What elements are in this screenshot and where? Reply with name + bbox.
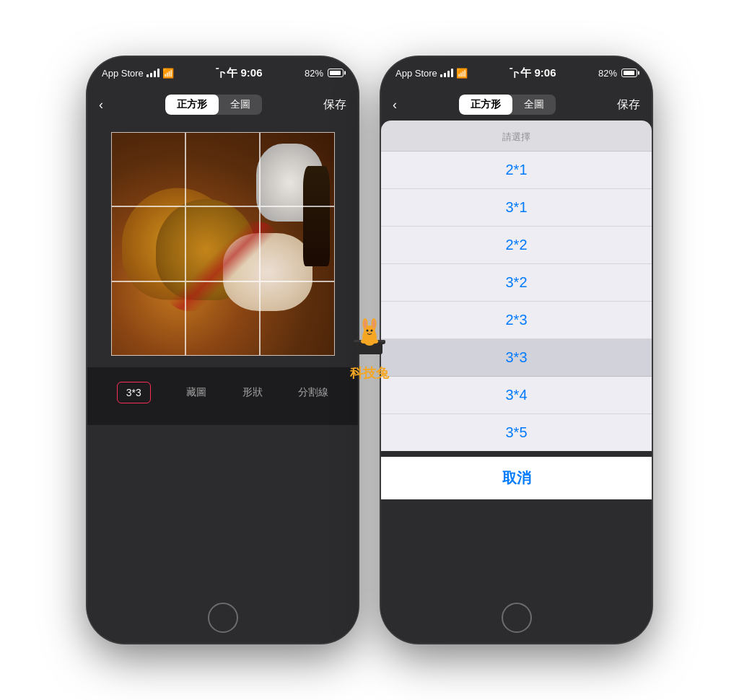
divider-button[interactable]: 分割線 [298, 386, 328, 399]
wifi-icon-right: 📶 [456, 68, 468, 79]
seg-square-left[interactable]: 正方形 [165, 95, 219, 115]
status-bar-left: App Store 📶 下午 9:06 82% [87, 57, 358, 89]
sheet-item-2x2[interactable]: 2*2 [381, 227, 652, 264]
watermark-text: 科技兔 [350, 364, 389, 382]
phone-left: App Store 📶 下午 9:06 82% [87, 57, 358, 643]
svg-point-7 [364, 320, 367, 328]
svg-point-8 [372, 320, 375, 328]
save-button-right[interactable]: 保存 [617, 97, 640, 113]
svg-point-11 [369, 332, 371, 333]
food-photo [111, 132, 335, 356]
carrier-left: App Store [102, 68, 144, 79]
svg-point-10 [371, 330, 373, 332]
seg-square-right[interactable]: 正方形 [459, 95, 512, 115]
carrier-right: App Store [395, 68, 437, 79]
signal-icon-right [440, 69, 453, 77]
speaker-right [512, 67, 521, 71]
sheet-list: 請選擇 2*1 3*1 2*2 3*2 2*3 3*3 3*4 3*5 [381, 121, 652, 451]
back-button-right[interactable]: ‹ [393, 97, 397, 113]
speaker-left [219, 67, 227, 71]
segment-control-left[interactable]: 正方形 全圖 [165, 95, 262, 115]
sheet-item-2x1[interactable]: 2*1 [381, 152, 652, 189]
sheet-item-3x4[interactable]: 3*4 [381, 377, 652, 414]
nav-bar-left: ‹ 正方形 全圖 保存 [87, 89, 358, 121]
photo-grid [111, 132, 335, 356]
battery-pct-left: 82% [305, 68, 323, 79]
signal-icon [147, 69, 159, 77]
sheet-title: 請選擇 [381, 121, 652, 152]
photo-area-left [87, 121, 358, 367]
sheet-item-3x5[interactable]: 3*5 [381, 414, 652, 451]
save-button-left[interactable]: 保存 [323, 97, 346, 113]
right-content: 請選擇 2*1 3*1 2*2 3*2 2*3 3*3 3*4 3*5 取消 [381, 121, 652, 499]
watermark: 科技兔 [348, 318, 391, 382]
back-button-left[interactable]: ‹ [99, 97, 103, 113]
battery-pct-right: 82% [598, 68, 617, 79]
nav-bar-right: ‹ 正方形 全圖 保存 [381, 89, 652, 121]
grid-size-button[interactable]: 3*3 [117, 382, 151, 403]
battery-icon-left [328, 69, 344, 77]
sheet-item-2x3[interactable]: 2*3 [381, 302, 652, 339]
content-left: 3*3 藏圖 形狀 分割線 [87, 121, 358, 425]
seg-full-right[interactable]: 全圖 [512, 95, 556, 115]
home-button-right[interactable] [502, 603, 532, 633]
bottom-toolbar-left: 3*3 藏圖 形狀 分割線 [87, 367, 358, 425]
phone-right-screen: App Store 📶 下午 9:06 82% [381, 57, 652, 643]
phone-left-screen: App Store 📶 下午 9:06 82% [87, 57, 358, 643]
gallery-button[interactable]: 藏圖 [186, 386, 206, 399]
wifi-icon: 📶 [162, 68, 174, 79]
sheet-item-3x3[interactable]: 3*3 [381, 339, 652, 377]
sheet-item-3x1[interactable]: 3*1 [381, 189, 652, 227]
sheet-item-3x2[interactable]: 3*2 [381, 264, 652, 302]
home-button-left[interactable] [208, 603, 238, 633]
battery-icon-right [621, 69, 637, 77]
action-sheet: 請選擇 2*1 3*1 2*2 3*2 2*3 3*3 3*4 3*5 取消 [381, 121, 652, 499]
svg-point-13 [372, 339, 378, 344]
status-bar-right: App Store 📶 下午 9:06 82% [381, 57, 652, 89]
svg-point-9 [367, 330, 369, 332]
rabbit-logo-icon [348, 318, 391, 362]
shape-button[interactable]: 形狀 [242, 386, 263, 399]
segment-control-right[interactable]: 正方形 全圖 [459, 95, 556, 115]
svg-point-12 [361, 339, 367, 344]
seg-full-left[interactable]: 全圖 [219, 95, 262, 115]
phone-right: App Store 📶 下午 9:06 82% [381, 57, 652, 643]
sheet-cancel-button[interactable]: 取消 [381, 457, 652, 499]
